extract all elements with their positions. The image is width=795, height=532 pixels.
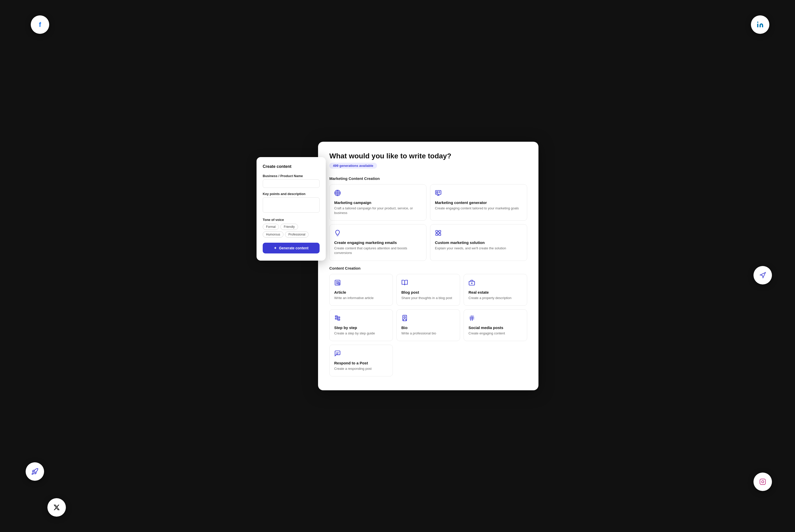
card-step-title: Step by step xyxy=(334,325,388,330)
bio-icon xyxy=(401,315,455,323)
card-real-estate-desc: Create a property description xyxy=(469,296,522,300)
card-marketing-generator-desc: Create engaging content tailored to your… xyxy=(435,206,522,211)
tone-humorous[interactable]: Humorous xyxy=(263,231,283,238)
business-name-label: Business / Product Name xyxy=(263,174,320,178)
content-section-title: Content Creation xyxy=(329,266,527,270)
svg-line-29 xyxy=(472,316,473,321)
card-respond-title: Respond to a Post xyxy=(334,361,388,365)
card-bio-title: Bio xyxy=(401,325,455,330)
main-wrapper: Create content Business / Product Name K… xyxy=(257,142,538,390)
card-bio[interactable]: Bio Write a professional bio xyxy=(396,309,460,341)
page-title: What would you like to write today? xyxy=(329,152,527,160)
business-name-group: Business / Product Name xyxy=(263,174,320,188)
svg-point-5 xyxy=(337,192,338,193)
svg-rect-1 xyxy=(760,479,765,484)
card-marketing-generator[interactable]: Marketing content generator Create engag… xyxy=(430,184,527,221)
marketing-cards-grid: Marketing campaign Craft a tailored camp… xyxy=(329,184,527,261)
card-article-desc: Write an informative article xyxy=(334,296,388,300)
svg-rect-15 xyxy=(436,233,438,235)
card-respond-desc: Create a responding post xyxy=(334,366,388,371)
card-article-title: Article xyxy=(334,290,388,294)
card-blog-title: Blog post xyxy=(401,290,455,294)
linkedin-circle xyxy=(751,15,769,34)
svg-point-4 xyxy=(336,191,339,194)
svg-rect-14 xyxy=(439,233,441,235)
card-marketing-campaign[interactable]: Marketing campaign Craft a tailored camp… xyxy=(329,184,427,221)
tone-label: Tone of voice xyxy=(263,218,320,222)
card-emails-title: Create engaging marketing emails xyxy=(334,240,421,245)
card-blog-desc: Share your thoughts in a blog post xyxy=(401,296,455,300)
card-blog[interactable]: Blog post Share your thoughts in a blog … xyxy=(396,274,460,306)
main-content-panel: What would you like to write today? 499 … xyxy=(318,142,538,390)
rocket-circle xyxy=(26,462,44,481)
left-panel-title: Create content xyxy=(263,164,320,169)
business-name-input[interactable] xyxy=(263,179,320,188)
generate-label: Generate content xyxy=(279,246,308,250)
card-social-title: Social media posts xyxy=(469,325,522,330)
card-marketing-campaign-title: Marketing campaign xyxy=(334,201,421,205)
key-points-input[interactable] xyxy=(263,197,320,213)
key-points-group: Key points and description xyxy=(263,192,320,214)
card-custom-marketing[interactable]: Custom marketing solution Explain your n… xyxy=(430,224,527,261)
card-emails-desc: Create content that captures attention a… xyxy=(334,246,421,255)
content-cards-grid-row2: Step by step Create a step by step guide… xyxy=(329,309,527,341)
card-custom-title: Custom marketing solution xyxy=(435,240,522,245)
create-content-panel: Create content Business / Product Name K… xyxy=(257,157,326,261)
card-social-media[interactable]: Social media posts Create engaging conte… xyxy=(463,309,527,341)
instagram-circle xyxy=(754,473,772,491)
target-icon xyxy=(334,190,421,198)
card-real-estate-title: Real estate xyxy=(469,290,522,294)
marketing-section-title: Marketing Content Creation xyxy=(329,176,527,180)
card-step-desc: Create a step by step guide xyxy=(334,331,388,336)
generate-icon: ✦ xyxy=(274,246,277,250)
svg-point-25 xyxy=(404,316,406,318)
svg-rect-6 xyxy=(435,190,441,194)
generations-badge: 499 generations available xyxy=(329,163,377,169)
tone-professional[interactable]: Professional xyxy=(285,231,308,238)
custom-icon xyxy=(435,230,522,238)
card-respond[interactable]: Respond to a Post Create a responding po… xyxy=(329,345,393,377)
card-step-by-step[interactable]: Step by step Create a step by step guide xyxy=(329,309,393,341)
twitter-circle xyxy=(48,498,66,517)
hashtag-icon xyxy=(469,315,522,323)
card-marketing-generator-title: Marketing content generator xyxy=(435,201,522,205)
card-social-desc: Create engaging content xyxy=(469,331,522,336)
facebook-circle: f xyxy=(31,15,49,34)
generate-button[interactable]: ✦ Generate content xyxy=(263,243,320,253)
card-article[interactable]: Article Write an informative article xyxy=(329,274,393,306)
layout-icon xyxy=(435,190,522,198)
svg-rect-13 xyxy=(439,230,441,232)
content-cards-grid-row3: Respond to a Post Create a responding po… xyxy=(329,345,527,377)
lightbulb-icon xyxy=(334,230,421,238)
card-custom-desc: Explain your needs, and we'll create the… xyxy=(435,246,522,251)
svg-rect-12 xyxy=(436,230,438,232)
svg-rect-20 xyxy=(338,283,340,284)
key-points-label: Key points and description xyxy=(263,192,320,196)
tone-tags-container: Formal Friendly Humorous Professional xyxy=(263,224,320,238)
respond-icon xyxy=(334,350,388,358)
megaphone-circle xyxy=(754,266,772,284)
svg-line-28 xyxy=(471,316,471,321)
card-real-estate[interactable]: Real estate Create a property descriptio… xyxy=(463,274,527,306)
svg-rect-9 xyxy=(437,191,438,193)
article-icon xyxy=(334,279,388,287)
card-bio-desc: Write a professional bio xyxy=(401,331,455,336)
realestate-icon xyxy=(469,279,522,287)
steps-icon xyxy=(334,315,388,323)
svg-point-0 xyxy=(757,21,758,23)
tone-formal[interactable]: Formal xyxy=(263,224,279,230)
content-cards-grid-row1: Article Write an informative article Blo… xyxy=(329,274,527,306)
blog-icon xyxy=(401,279,455,287)
card-marketing-campaign-desc: Craft a tailored campaign for your produ… xyxy=(334,206,421,215)
tone-friendly[interactable]: Friendly xyxy=(280,224,298,230)
card-emails[interactable]: Create engaging marketing emails Create … xyxy=(329,224,427,261)
